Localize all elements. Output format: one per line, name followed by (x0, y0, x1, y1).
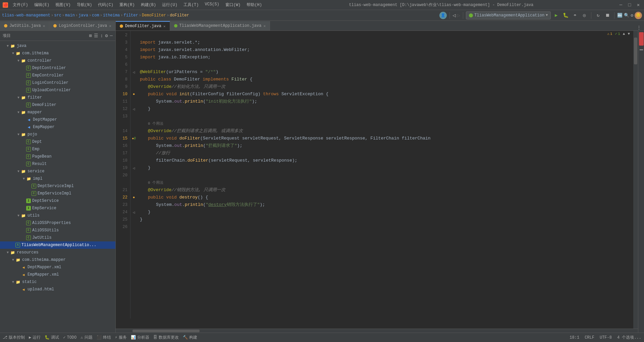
tree-item-result[interactable]: C Result (0, 160, 115, 168)
rerun-button[interactable]: ↻ (594, 11, 602, 19)
sidebar-sort-btn[interactable]: ↕ (100, 33, 103, 39)
menu-code[interactable]: 代码(C) (95, 1, 116, 8)
bottom-services[interactable]: ⚡ 服务 (115, 335, 127, 340)
menu-nav[interactable]: 导航(N) (74, 1, 95, 8)
bottom-terminal[interactable]: ⬛ 终结 (97, 335, 111, 340)
tree-item-empserviceimpl[interactable]: C EmpServiceImpl (0, 190, 115, 197)
bottom-profiler[interactable]: 📊 分析器 (131, 335, 149, 340)
tree-item-upload-html[interactable]: ◀ upload.html (0, 286, 115, 293)
tab-application[interactable]: TliasWebManagementApplication.java ✕ (170, 21, 270, 31)
tree-item-aliossutils[interactable]: C AliOSSUtils (0, 227, 115, 234)
avatar-icon[interactable]: 😊 (635, 12, 642, 19)
bottom-build[interactable]: 🔨 构建 (183, 335, 197, 340)
tab-jwtutils[interactable]: JwtUtils.java ✕ (0, 21, 49, 31)
bookmark-icon-22[interactable]: ● (133, 195, 135, 199)
code-editor[interactable]: 2 3 4 5 6 7 8 9 10 11 12 13 14 15 (116, 31, 633, 329)
cursor-position[interactable]: 18:1 (570, 335, 579, 340)
tab-demofilter[interactable]: DemoFilter.java ✕ (116, 21, 170, 31)
tree-item-logincontroller[interactable]: C LoginController (0, 79, 115, 87)
profile-button[interactable]: ◎ (580, 11, 588, 19)
fold-marker-19[interactable]: ◁ (133, 166, 135, 170)
tree-item-aliossproperties[interactable]: C AliOSSProperties (0, 219, 115, 227)
chevron-down-icon[interactable]: ▼ (628, 32, 630, 36)
breadcrumb-project[interactable]: tlias-web-management (2, 13, 50, 18)
tree-item-emp[interactable]: C Emp (0, 146, 115, 153)
right-icon-2[interactable]: ▐ (639, 48, 643, 50)
tree-item-pagebean[interactable]: C PageBean (0, 153, 115, 160)
stop-button[interactable]: ⏹ (603, 11, 611, 19)
bottom-problems[interactable]: ⚠ 问题 (80, 335, 92, 340)
menu-run[interactable]: 运行(U) (159, 1, 180, 8)
tree-item-impl[interactable]: ▼ 📁 impl (0, 175, 115, 182)
breadcrumb-demofilter[interactable]: DemoFilter (142, 13, 166, 18)
right-icon-1[interactable] (639, 32, 644, 46)
breadcrumb-itheima[interactable]: itheima (103, 13, 120, 18)
tree-item-uploadcontroller[interactable]: C UploadController (0, 87, 115, 94)
tab-close-application[interactable]: ✕ (263, 24, 266, 28)
debug-button[interactable]: 🐛 (561, 11, 570, 19)
breadcrumb-dofilter[interactable]: doFilter (170, 13, 189, 18)
tree-item-mapper-resources[interactable]: ▼ 📁 com.itheima.mapper (0, 256, 115, 264)
bookmark-icon-10[interactable]: ● (133, 92, 135, 96)
tree-item-deptcontroller[interactable]: C DeptController (0, 64, 115, 72)
menu-help[interactable]: 帮助(H) (244, 1, 265, 8)
tree-item-service[interactable]: ▼ 📁 service (0, 168, 115, 175)
tree-item-deptmapper[interactable]: ◀ DeptMapper (0, 116, 115, 123)
breadcrumb-src[interactable]: src (54, 13, 61, 18)
vertical-scrollbar[interactable] (633, 31, 638, 329)
menu-refactor[interactable]: 重构(R) (117, 1, 138, 8)
chevron-up-icon[interactable]: ▲ (623, 32, 625, 36)
tabs-more-button[interactable]: ⋮ (637, 25, 641, 31)
sidebar-layout-btn[interactable]: ⊞ (89, 33, 92, 39)
menu-bar[interactable]: 文件(F) 编辑(E) 视图(V) 导航(N) 代码(C) 重构(R) 构建(B… (10, 1, 265, 8)
fold-marker-24[interactable]: ◁ (133, 210, 135, 215)
tree-item-utils[interactable]: ▼ 📁 utils (0, 212, 115, 219)
menu-file[interactable]: 文件(F) (10, 1, 31, 8)
tree-item-java[interactable]: ▼ 📁 java (0, 42, 115, 50)
forward-button[interactable]: ▷ (457, 12, 461, 19)
back-button[interactable]: ◁ (452, 12, 456, 19)
tree-item-empmapper-xml[interactable]: ◀ EmpMapper.xml (0, 271, 115, 278)
run-button[interactable]: ▶ (552, 11, 560, 19)
tree-item-deptservice[interactable]: I DeptService (0, 197, 115, 205)
tree-item-deptmapper-xml[interactable]: ◀ DeptMapper.xml (0, 264, 115, 271)
sidebar-expand-btn[interactable]: ☰ (94, 33, 98, 39)
bottom-vcs[interactable]: ⎇ 版本控制 (3, 335, 25, 340)
line-ending[interactable]: CRLF (585, 335, 594, 340)
translate-icon[interactable]: 🔤 (617, 13, 623, 18)
minimize-button[interactable]: ─ (618, 2, 624, 8)
horizontal-scrollbar[interactable] (116, 329, 638, 333)
run-config-selector[interactable]: TliasWebManagementApplication ▼ (466, 11, 551, 19)
tree-item-com-itheima[interactable]: ▼ 📁 com.itheima (0, 50, 115, 57)
tree-item-filter[interactable]: ▼ 📁 filter (0, 94, 115, 101)
tree-item-mapper[interactable]: ▼ 📁 mapper (0, 109, 115, 116)
encoding[interactable]: UTF-8 (600, 335, 612, 340)
tree-item-demofilter[interactable]: C DemoFilter (0, 101, 115, 109)
user-icon[interactable]: 👤 (439, 12, 447, 19)
sidebar-hide-btn[interactable]: ─ (110, 33, 113, 39)
maximize-button[interactable]: □ (627, 2, 633, 8)
tab-logincontroller[interactable]: LoginController.java ✕ (49, 21, 116, 31)
breadcrumb-filter[interactable]: filter (124, 13, 138, 18)
menu-window[interactable]: 窗口(W) (223, 1, 244, 8)
bottom-todo[interactable]: ✓ TODO (63, 335, 76, 340)
tree-item-deptserviceimpl[interactable]: C DeptServiceImpl (0, 182, 115, 190)
indent-settings[interactable]: 4 个选项... (617, 335, 641, 340)
breadcrumb-com[interactable]: com (92, 13, 99, 18)
run-icon-15[interactable]: @ (134, 137, 136, 140)
bottom-run[interactable]: ▶ 运行 (29, 335, 41, 340)
fold-marker-7[interactable]: ◁ (133, 70, 135, 74)
breadcrumb-main[interactable]: main (65, 13, 75, 18)
close-button[interactable]: ✕ (635, 2, 641, 8)
tree-item-resources[interactable]: ▼ 📁 resources (0, 249, 115, 256)
menu-edit[interactable]: 编辑(E) (32, 1, 52, 8)
tab-close-jwtutils[interactable]: ✕ (43, 24, 45, 28)
search-icon[interactable]: 🔍 (624, 13, 629, 18)
breadcrumb-java[interactable]: java (78, 13, 88, 18)
sidebar-settings-btn[interactable]: ⚙ (105, 33, 108, 39)
tree-item-static[interactable]: ▼ 📁 static (0, 278, 115, 286)
bottom-database[interactable]: 🗄 数据库更改 (153, 335, 179, 340)
coverage-button[interactable]: ☂ (571, 11, 579, 19)
menu-vcs[interactable]: VCS(S) (202, 1, 222, 8)
menu-build[interactable]: 构建(B) (138, 1, 159, 8)
